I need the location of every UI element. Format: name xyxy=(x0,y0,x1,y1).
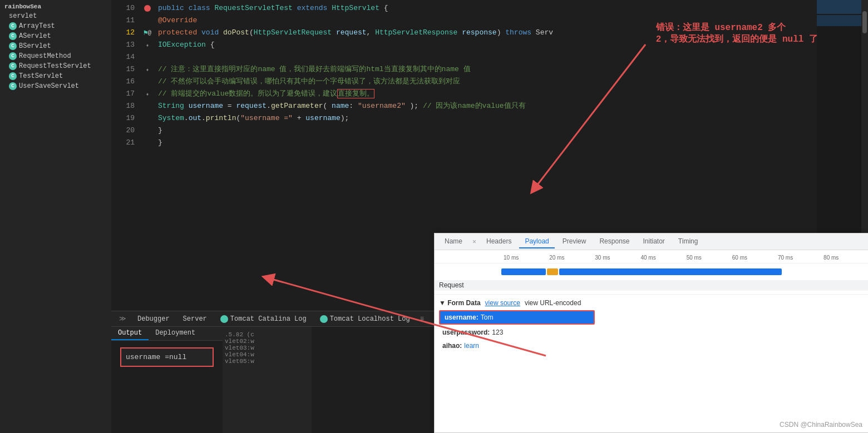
log-entry: .5.82 (c xyxy=(225,331,309,338)
sidebar-item-label: UserSaveServlet xyxy=(19,82,79,90)
code-line-19: System.out.println("username =" + userna… xyxy=(156,112,868,125)
sidebar-item-bservlet[interactable]: C BServlet xyxy=(0,41,111,51)
form-data-row-userpassword: userpassword: 123 xyxy=(439,327,868,338)
output-text: username =null xyxy=(126,353,186,361)
tab-tomcat-localhost[interactable]: Tomcat Localhost Log xyxy=(314,313,416,325)
tab-tomcat-catalina[interactable]: Tomcat Catalina Log xyxy=(215,313,312,325)
output-box: username =null xyxy=(120,347,214,367)
breakpoint-icon xyxy=(144,5,151,12)
userpassword-key: userpassword: xyxy=(442,329,490,336)
sidebar-item-requesttestservlet[interactable]: C RequestTestServlet xyxy=(0,61,111,71)
tl-40ms: 40 ms xyxy=(640,255,655,261)
tomcat-localhost-label: Tomcat Localhost Log xyxy=(330,315,410,323)
tl-50ms: 50 ms xyxy=(687,255,702,261)
class-icon: C xyxy=(9,72,17,80)
sidebar-item-label: ArrayTest xyxy=(19,22,55,30)
output-section: Output Deployment username =null xyxy=(111,327,223,433)
sidebar-item-label: RequestMethod xyxy=(19,52,71,60)
request-label: Request xyxy=(439,281,472,289)
output-content-area: username =null xyxy=(111,341,223,374)
userpassword-value: 123 xyxy=(492,329,503,336)
devtools-tabs: Name × Headers Payload Preview Response … xyxy=(435,233,868,250)
log-entry: vlet02:w xyxy=(225,338,309,345)
payload-content: ▼ Form Data view source view URL-encoded… xyxy=(435,295,868,432)
tab-deployment[interactable]: Deployment xyxy=(149,327,202,340)
tab-server[interactable]: Server xyxy=(177,313,213,325)
devtools-tab-preview[interactable]: Preview xyxy=(557,235,592,248)
devtools-tab-payload[interactable]: Payload xyxy=(519,235,554,248)
sidebar-rainbowsea: rainbowSea xyxy=(0,2,111,11)
sidebar-item-label: BServlet xyxy=(19,42,51,50)
username-key: username: xyxy=(445,313,479,321)
class-icon: C xyxy=(9,62,17,70)
sidebar-item-testservlet[interactable]: C TestServlet xyxy=(0,71,111,81)
view-url-encoded: view URL-encoded xyxy=(525,299,581,307)
tomcat-icon xyxy=(320,315,328,323)
code-line-10: public class RequestServletTest extends … xyxy=(156,2,868,14)
tl-20ms: 20 ms xyxy=(549,255,564,261)
timeline-ruler: 10 ms 20 ms 30 ms 40 ms 50 ms 60 ms 70 m… xyxy=(435,252,868,263)
sidebar: rainbowSea servlet C ArrayTest C AServle… xyxy=(0,0,111,433)
tl-70ms: 70 ms xyxy=(778,255,793,261)
form-data-row-username: username: Tom xyxy=(439,310,595,325)
timeline-bar-blue2 xyxy=(559,268,782,275)
server-log-sidebar: .5.82 (c vlet02:w vlet03:w vlet04:w vlet… xyxy=(223,327,312,433)
tl-60ms: 60 ms xyxy=(732,255,747,261)
code-line-16: // 不然你可以会手动编写错误，哪怕只有其中的一个字母错误了，该方法都是无法获取… xyxy=(156,76,868,88)
collapse-icon[interactable]: ≫ xyxy=(116,313,130,324)
sidebar-servlet[interactable]: servlet xyxy=(0,11,111,21)
debug-arrow-icon: ⚑ xyxy=(144,28,148,37)
gutter: ⚑@ ⬧ ⬧ ⬧ xyxy=(139,0,156,311)
devtools-timeline: 10 ms 20 ms 30 ms 40 ms 50 ms 60 ms 70 m… xyxy=(435,250,868,295)
sidebar-item-label: AServlet xyxy=(19,32,51,40)
log-entry: vlet05:w xyxy=(225,358,309,365)
output-tabs: Output Deployment xyxy=(111,327,223,341)
diamond-icon: ⬧ xyxy=(146,91,149,97)
devtools-tab-initiator[interactable]: Initiator xyxy=(638,235,670,248)
class-icon: C xyxy=(9,22,17,30)
username-value: Tom xyxy=(481,313,494,321)
timeline-labels: 10 ms 20 ms 30 ms 40 ms 50 ms 60 ms 70 m… xyxy=(501,255,868,261)
timeline-bar-orange xyxy=(547,268,558,275)
sidebar-item-arraytest[interactable]: C ArrayTest xyxy=(0,21,111,31)
error-annotation: 错误：这里是 username2 多个 2，导致无法找到，返回的便是 null … xyxy=(656,22,818,46)
sidebar-item-aservlet[interactable]: C AServlet xyxy=(0,31,111,41)
sidebar-servlet-label: servlet xyxy=(9,12,37,20)
devtools-tab-name[interactable]: Name xyxy=(439,235,468,248)
network-row[interactable]: Request xyxy=(435,280,868,291)
aihao-value: learn xyxy=(464,342,479,350)
code-line-20: } xyxy=(156,125,868,137)
tl-10ms: 10 ms xyxy=(504,255,519,261)
diamond-icon: ⬧ xyxy=(146,42,149,48)
devtools-panel: Name × Headers Payload Preview Response … xyxy=(434,233,868,433)
diamond-icon: ⬧ xyxy=(146,67,149,73)
tab-debugger[interactable]: Debugger xyxy=(132,313,175,325)
sidebar-item-usersaveservlet[interactable]: C UserSaveServlet xyxy=(0,81,111,91)
devtools-tab-response[interactable]: Response xyxy=(594,235,635,248)
close-request-icon[interactable]: × xyxy=(470,236,479,248)
devtools-tab-headers[interactable]: Headers xyxy=(481,235,517,248)
more-tabs-icon[interactable]: ≡ xyxy=(420,315,424,323)
timeline-bar-blue xyxy=(501,268,546,275)
devtools-tab-timing[interactable]: Timing xyxy=(673,235,704,248)
aihao-key: aihao: xyxy=(442,342,462,350)
sidebar-item-label: TestServlet xyxy=(19,72,63,80)
tab-output[interactable]: Output xyxy=(111,327,149,340)
class-icon: C xyxy=(9,82,17,90)
log-entry: vlet03:w xyxy=(225,345,309,351)
code-line-21: } xyxy=(156,137,868,149)
log-entry: vlet04:w xyxy=(225,351,309,358)
tomcat-icon xyxy=(220,315,228,323)
tl-30ms: 30 ms xyxy=(595,255,610,261)
code-line-18: String username = request.getParameter( … xyxy=(156,100,868,112)
form-data-title: ▼ Form Data xyxy=(439,299,481,307)
sidebar-item-requestmethod[interactable]: C RequestMethod xyxy=(0,51,111,61)
view-source-link[interactable]: view source xyxy=(485,299,520,307)
tl-80ms: 80 ms xyxy=(823,255,839,261)
sidebar-item-label: RequestTestServlet xyxy=(19,62,91,70)
csdn-credit: CSDN @ChinaRainbowSea xyxy=(780,421,862,429)
code-line-17: // 前端提交的value数据的。所以为了避免错误，建议直接复制。 xyxy=(156,88,868,100)
tomcat-catalina-label: Tomcat Catalina Log xyxy=(230,315,307,323)
class-icon: C xyxy=(9,42,17,50)
class-icon: C xyxy=(9,32,17,40)
